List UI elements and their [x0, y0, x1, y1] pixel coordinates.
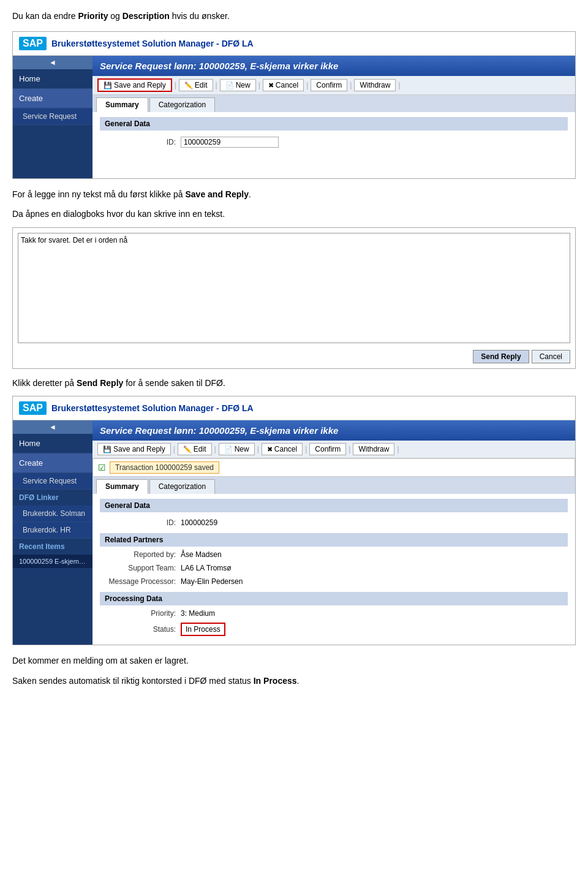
message-processor-label: Message Processor:	[102, 577, 176, 586]
sidebar-collapse-arrow-1[interactable]: ◄	[13, 56, 92, 69]
new-icon-1: 📄	[225, 81, 234, 89]
save-icon-2: 💾	[103, 445, 111, 453]
reported-by-value: Åse Madsen	[181, 550, 222, 559]
save-reply-button-1[interactable]: 💾 Save and Reply	[97, 78, 172, 92]
cancel-button-2[interactable]: ✖ Cancel	[262, 443, 303, 455]
sidebar-item-service-request-1[interactable]: Service Request	[13, 108, 92, 125]
new-button-1[interactable]: 📄 New	[220, 79, 256, 91]
edit-icon-1: ✏️	[184, 81, 193, 89]
id-input-1[interactable]	[181, 137, 279, 148]
sep-2-5: |	[349, 445, 350, 453]
separator-2: |	[216, 81, 217, 89]
sap-header-2: SAP Brukerstøttesystemet Solution Manage…	[13, 396, 575, 420]
sidebar-recent-items-label[interactable]: Recent Items	[13, 539, 92, 555]
edit-button-2[interactable]: ✏️ Edit	[178, 443, 212, 455]
sap-logo-2: SAP	[19, 401, 47, 415]
withdraw-button-1[interactable]: Withdraw	[354, 79, 396, 91]
request-title-2: Service Request lønn: 100000259, E-skjem…	[92, 420, 575, 441]
tab-categorization-2[interactable]: Categorization	[149, 479, 215, 494]
edit-icon-2: ✏️	[183, 445, 192, 453]
description-bold: Description	[123, 11, 170, 21]
tab-summary-2[interactable]: Summary	[96, 479, 148, 494]
mid-text-2: .	[249, 189, 251, 199]
send-reply-button[interactable]: Send Reply	[473, 350, 529, 363]
withdraw-label-1: Withdraw	[360, 81, 390, 89]
save-reply-button-2[interactable]: 💾 Save and Reply	[97, 443, 171, 455]
sidebar-item-create-2[interactable]: Create	[13, 453, 92, 473]
id-field-row-2: ID: 100000259	[100, 517, 568, 528]
sep-2-6: |	[397, 445, 399, 453]
page-wrapper: Du kan da endre Priority og Description …	[0, 0, 588, 697]
sap-content-1: ◄ Home Create Service Request Service Re…	[13, 56, 575, 178]
sap-sidebar-1: ◄ Home Create Service Request	[13, 56, 92, 178]
sap-main-1: Service Request lønn: 100000259, E-skjem…	[92, 56, 575, 178]
sidebar-item-service-request-2[interactable]: Service Request	[13, 473, 92, 490]
id-label-1: ID:	[102, 138, 176, 146]
sidebar-brukerdok-solman[interactable]: Brukerdok. Solman	[13, 506, 92, 522]
tab-summary-1[interactable]: Summary	[96, 97, 148, 112]
sidebar-brukerdok-hr[interactable]: Brukerdok. HR	[13, 522, 92, 539]
new-button-2[interactable]: 📄 New	[219, 443, 255, 455]
sap-section-1: General Data ID:	[92, 112, 575, 156]
sap-main-2: Service Request lønn: 100000259, E-skjem…	[92, 420, 575, 645]
confirm-button-2[interactable]: Confirm	[309, 443, 346, 455]
id-label-2: ID:	[102, 518, 176, 527]
sidebar-item-home-1[interactable]: Home	[13, 69, 92, 89]
sidebar-recent-item-1[interactable]: 100000259 E-skjema vi...	[13, 555, 92, 568]
priority-label: Priority:	[102, 609, 176, 618]
send-text-1: Klikk deretter på	[12, 378, 77, 388]
sap-section-2: General Data ID: 100000259 Related Partn…	[92, 494, 575, 645]
edit-button-1[interactable]: ✏️ Edit	[179, 79, 213, 91]
sep-2-1: |	[173, 445, 175, 453]
intro-suffix: hvis du ønsker.	[172, 11, 230, 21]
new-label-2: New	[235, 445, 249, 453]
separator-3: |	[258, 81, 260, 89]
notification-check-icon: ☑	[98, 463, 106, 472]
save-icon-1: 💾	[104, 81, 112, 89]
sidebar-item-create-1[interactable]: Create	[13, 89, 92, 108]
message-processor-value: May-Elin Pedersen	[181, 577, 243, 586]
message-processor-row: Message Processor: May-Elin Pedersen	[100, 576, 568, 587]
save-reply-label-2: Save and Reply	[113, 445, 165, 453]
sidebar-item-home-2[interactable]: Home	[13, 434, 92, 453]
sap-logo-1: SAP	[19, 37, 47, 50]
dialog-textarea[interactable]: Takk for svaret. Det er i orden nå	[18, 233, 570, 343]
sidebar-collapse-arrow-2[interactable]: ◄	[13, 420, 92, 434]
cancel-label-1: Cancel	[276, 81, 298, 89]
status-label: Status:	[102, 625, 176, 634]
general-data-header-2: General Data	[100, 499, 568, 512]
dialog-cancel-button[interactable]: Cancel	[532, 350, 570, 363]
withdraw-label-2: Withdraw	[358, 445, 389, 453]
related-partners-header: Related Partners	[100, 533, 568, 547]
sep-2-3: |	[257, 445, 259, 453]
priority-row: Priority: 3: Medium	[100, 608, 568, 619]
new-label-1: New	[236, 81, 251, 89]
toolbar-1: 💾 Save and Reply | ✏️ Edit | 📄 New |	[92, 76, 575, 95]
separator-1: |	[175, 81, 176, 89]
status-value: In Process	[181, 623, 225, 636]
dialog-footer: Send Reply Cancel	[18, 350, 570, 363]
in-process-bold: In Process	[254, 676, 297, 686]
tab-categorization-1[interactable]: Categorization	[149, 97, 215, 112]
support-team-value: LA6 LA Tromsø	[181, 564, 232, 572]
reported-by-row: Reported by: Åse Madsen	[100, 549, 568, 560]
mid-text-para-2: Da åpnes en dialogboks hvor du kan skriv…	[12, 207, 576, 221]
support-team-row: Support Team: LA6 LA Tromsø	[100, 563, 568, 574]
separator-5: |	[350, 81, 352, 89]
status-row: Status: In Process	[100, 621, 568, 637]
confirm-button-1[interactable]: Confirm	[311, 79, 347, 91]
mid-text-para: For å legge inn ny tekst må du først kli…	[12, 188, 576, 201]
request-title-1: Service Request lønn: 100000259, E-skjem…	[92, 56, 575, 76]
separator-6: |	[398, 81, 400, 89]
sap-sidebar-2: ◄ Home Create Service Request DFØ Linker…	[13, 420, 92, 645]
general-data-header-1: General Data	[100, 117, 568, 131]
tab-bar-2: Summary Categorization	[92, 477, 575, 494]
withdraw-button-2[interactable]: Withdraw	[353, 443, 394, 455]
dialog-box: Takk for svaret. Det er i orden nå Send …	[12, 227, 576, 369]
cancel-button-1[interactable]: ✖ Cancel	[263, 79, 304, 91]
mid-text-1: For å legge inn ny tekst må du først kli…	[12, 189, 185, 199]
sap-panel-2: SAP Brukerstøttesystemet Solution Manage…	[12, 396, 576, 645]
bottom-text-2a: Saken sendes automatisk til riktig konto…	[12, 676, 254, 686]
sap-content-2: ◄ Home Create Service Request DFØ Linker…	[13, 420, 575, 645]
sidebar-dfo-linker[interactable]: DFØ Linker	[13, 490, 92, 506]
